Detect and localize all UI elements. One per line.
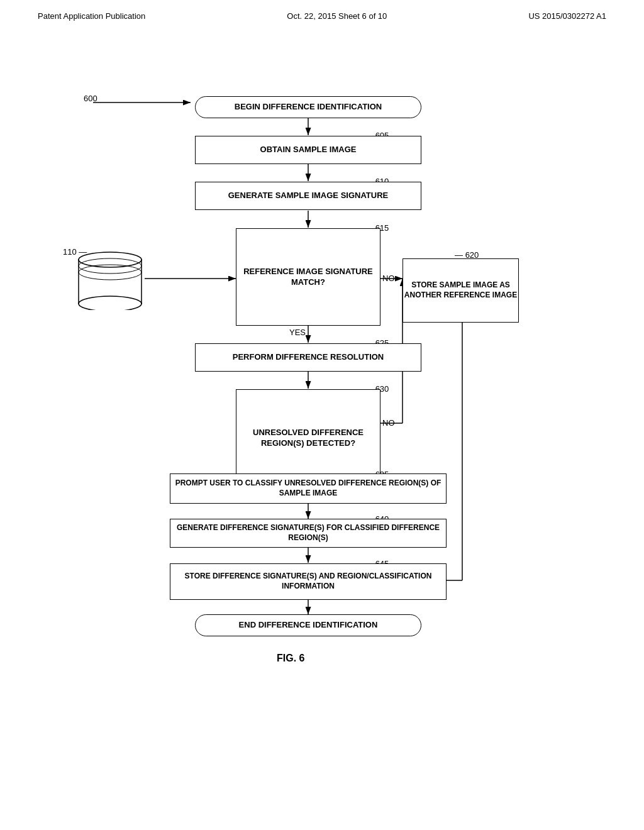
label-no-630: NO	[382, 418, 395, 428]
end-node: END DIFFERENCE IDENTIFICATION	[195, 614, 421, 636]
store-sample-image-node: STORE SAMPLE IMAGE AS ANOTHER REFERENCE …	[402, 258, 519, 323]
header-right: US 2015/0302272 A1	[528, 11, 606, 21]
generate-signature-node: GENERATE SAMPLE IMAGE SIGNATURE	[195, 182, 421, 210]
reference-match-node: REFERENCE IMAGE SIGNATURE MATCH?	[236, 228, 380, 326]
perform-difference-resolution-node: PERFORM DIFFERENCE RESOLUTION	[195, 343, 421, 372]
generate-difference-signature-node: GENERATE DIFFERENCE SIGNATURE(S) FOR CLA…	[170, 519, 447, 548]
database-cylinder	[72, 247, 148, 310]
begin-node: BEGIN DIFFERENCE IDENTIFICATION	[195, 96, 421, 118]
svg-point-20	[79, 296, 142, 310]
header-left: Patent Application Publication	[38, 11, 145, 21]
label-yes-615: YES	[289, 328, 306, 337]
figure-caption: FIG. 6	[277, 653, 304, 664]
unresolved-difference-node: UNRESOLVED DIFFERENCE REGION(S) DETECTED…	[236, 389, 380, 487]
label-no-615: NO	[382, 274, 395, 283]
prompt-user-node: PROMPT USER TO CLASSIFY UNRESOLVED DIFFE…	[170, 473, 447, 504]
label-110: 110 —	[63, 247, 87, 257]
store-difference-signature-node: STORE DIFFERENCE SIGNATURE(S) AND REGION…	[170, 563, 447, 600]
header-center: Oct. 22, 2015 Sheet 6 of 10	[287, 11, 387, 21]
obtain-sample-image-node: OBTAIN SAMPLE IMAGE	[195, 136, 421, 164]
diagram-area: BEGIN DIFFERENCE IDENTIFICATION 600 — 60…	[0, 33, 644, 800]
page-header: Patent Application Publication Oct. 22, …	[0, 0, 644, 21]
